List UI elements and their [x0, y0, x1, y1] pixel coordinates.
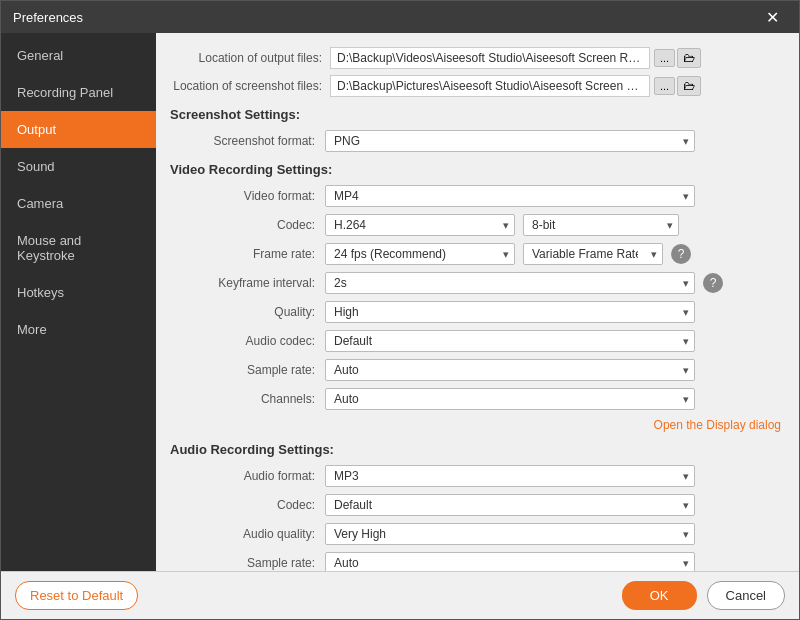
- audio-codec2-wrapper: Default: [325, 494, 695, 516]
- quality-row: Quality: High: [170, 301, 781, 323]
- audio-format-select[interactable]: MP3: [325, 465, 695, 487]
- channels-row: Channels: Auto: [170, 388, 781, 410]
- sidebar-item-sound[interactable]: Sound: [1, 148, 156, 185]
- sidebar-item-hotkeys[interactable]: Hotkeys: [1, 274, 156, 311]
- sample-rate-row: Sample rate: Auto: [170, 359, 781, 381]
- quality-select[interactable]: High: [325, 301, 695, 323]
- quality-label: Quality:: [170, 305, 325, 319]
- codec-label: Codec:: [170, 218, 325, 232]
- video-format-row: Video format: MP4: [170, 185, 781, 207]
- audio-codec-wrapper: Default: [325, 330, 695, 352]
- audio-codec2-label: Codec:: [170, 498, 325, 512]
- footer: Reset to Default OK Cancel: [1, 571, 799, 619]
- frame-rate-help-button[interactable]: ?: [671, 244, 691, 264]
- audio-sample-rate-row: Sample rate: Auto: [170, 552, 781, 571]
- screenshot-files-folder-button[interactable]: 🗁: [677, 76, 701, 96]
- audio-sample-rate-wrapper: Auto: [325, 552, 695, 571]
- ok-button[interactable]: OK: [622, 581, 697, 610]
- quality-wrapper: High: [325, 301, 695, 323]
- screenshot-files-buttons: ... 🗁: [654, 76, 701, 96]
- output-files-input[interactable]: [330, 47, 650, 69]
- sidebar-item-output[interactable]: Output: [1, 111, 156, 148]
- codec-bit-select[interactable]: 8-bit: [523, 214, 679, 236]
- sidebar-item-recording-panel[interactable]: Recording Panel: [1, 74, 156, 111]
- codec-row: Codec: H.264 8-bit: [170, 214, 781, 236]
- frame-rate-label: Frame rate:: [170, 247, 325, 261]
- output-files-row: Location of output files: ... 🗁: [170, 47, 781, 69]
- output-files-dots-button[interactable]: ...: [654, 49, 675, 67]
- display-dialog-link[interactable]: Open the Display dialog: [654, 418, 781, 432]
- video-format-wrapper: MP4: [325, 185, 695, 207]
- sidebar-item-more[interactable]: More: [1, 311, 156, 348]
- close-button[interactable]: ✕: [758, 4, 787, 31]
- window-title: Preferences: [13, 10, 83, 25]
- frame-rate-selects: 24 fps (Recommend) Variable Frame Rate ?: [325, 243, 691, 265]
- screenshot-format-select[interactable]: PNG: [325, 130, 695, 152]
- keyframe-row: Keyframe interval: 2s ?: [170, 272, 781, 294]
- audio-section-title: Audio Recording Settings:: [170, 442, 781, 457]
- video-section-title: Video Recording Settings:: [170, 162, 781, 177]
- codec-select[interactable]: H.264: [325, 214, 515, 236]
- sample-rate-wrapper: Auto: [325, 359, 695, 381]
- audio-format-wrapper: MP3: [325, 465, 695, 487]
- sidebar-item-mouse-keystroke[interactable]: Mouse and Keystroke: [1, 222, 156, 274]
- sidebar-item-camera[interactable]: Camera: [1, 185, 156, 222]
- preferences-window: Preferences ✕ General Recording Panel Ou…: [0, 0, 800, 620]
- channels-wrapper: Auto: [325, 388, 695, 410]
- audio-codec-row: Audio codec: Default: [170, 330, 781, 352]
- keyframe-controls: 2s ?: [325, 272, 723, 294]
- screenshot-section-title: Screenshot Settings:: [170, 107, 781, 122]
- audio-codec-select[interactable]: Default: [325, 330, 695, 352]
- keyframe-help-button[interactable]: ?: [703, 273, 723, 293]
- frame-rate-select[interactable]: 24 fps (Recommend): [325, 243, 515, 265]
- output-files-label: Location of output files:: [170, 51, 330, 65]
- channels-select[interactable]: Auto: [325, 388, 695, 410]
- frame-rate-type-wrapper: Variable Frame Rate: [523, 243, 663, 265]
- audio-codec2-select[interactable]: Default: [325, 494, 695, 516]
- audio-format-row: Audio format: MP3: [170, 465, 781, 487]
- reset-button[interactable]: Reset to Default: [15, 581, 138, 610]
- sidebar: General Recording Panel Output Sound Cam…: [1, 33, 156, 571]
- codec-selects: H.264 8-bit: [325, 214, 679, 236]
- codec-wrapper: H.264: [325, 214, 515, 236]
- audio-sample-rate-select[interactable]: Auto: [325, 552, 695, 571]
- sample-rate-label: Sample rate:: [170, 363, 325, 377]
- screenshot-files-label: Location of screenshot files:: [170, 79, 330, 93]
- titlebar: Preferences ✕: [1, 1, 799, 33]
- audio-codec-label: Audio codec:: [170, 334, 325, 348]
- screenshot-files-input[interactable]: [330, 75, 650, 97]
- keyframe-wrapper: 2s: [325, 272, 695, 294]
- output-files-folder-button[interactable]: 🗁: [677, 48, 701, 68]
- keyframe-select[interactable]: 2s: [325, 272, 695, 294]
- channels-label: Channels:: [170, 392, 325, 406]
- audio-quality-select[interactable]: Very High: [325, 523, 695, 545]
- main-content: General Recording Panel Output Sound Cam…: [1, 33, 799, 571]
- audio-quality-row: Audio quality: Very High: [170, 523, 781, 545]
- frame-rate-wrapper: 24 fps (Recommend): [325, 243, 515, 265]
- keyframe-label: Keyframe interval:: [170, 276, 325, 290]
- display-link-row: Open the Display dialog: [170, 417, 781, 432]
- audio-format-label: Audio format:: [170, 469, 325, 483]
- sidebar-item-general[interactable]: General: [1, 37, 156, 74]
- audio-quality-wrapper: Very High: [325, 523, 695, 545]
- footer-right-buttons: OK Cancel: [622, 581, 785, 610]
- screenshot-format-label: Screenshot format:: [170, 134, 325, 148]
- cancel-button[interactable]: Cancel: [707, 581, 785, 610]
- screenshot-format-wrapper: PNG: [325, 130, 695, 152]
- audio-quality-label: Audio quality:: [170, 527, 325, 541]
- codec-bit-wrapper: 8-bit: [523, 214, 679, 236]
- output-files-buttons: ... 🗁: [654, 48, 701, 68]
- video-format-label: Video format:: [170, 189, 325, 203]
- frame-rate-type-select[interactable]: Variable Frame Rate: [523, 243, 663, 265]
- video-format-select[interactable]: MP4: [325, 185, 695, 207]
- screenshot-format-row: Screenshot format: PNG: [170, 130, 781, 152]
- screenshot-files-dots-button[interactable]: ...: [654, 77, 675, 95]
- screenshot-files-row: Location of screenshot files: ... 🗁: [170, 75, 781, 97]
- audio-sample-rate-label: Sample rate:: [170, 556, 325, 570]
- audio-codec2-row: Codec: Default: [170, 494, 781, 516]
- frame-rate-row: Frame rate: 24 fps (Recommend) Variable …: [170, 243, 781, 265]
- content-area: Location of output files: ... 🗁 Location…: [156, 33, 799, 571]
- sample-rate-select[interactable]: Auto: [325, 359, 695, 381]
